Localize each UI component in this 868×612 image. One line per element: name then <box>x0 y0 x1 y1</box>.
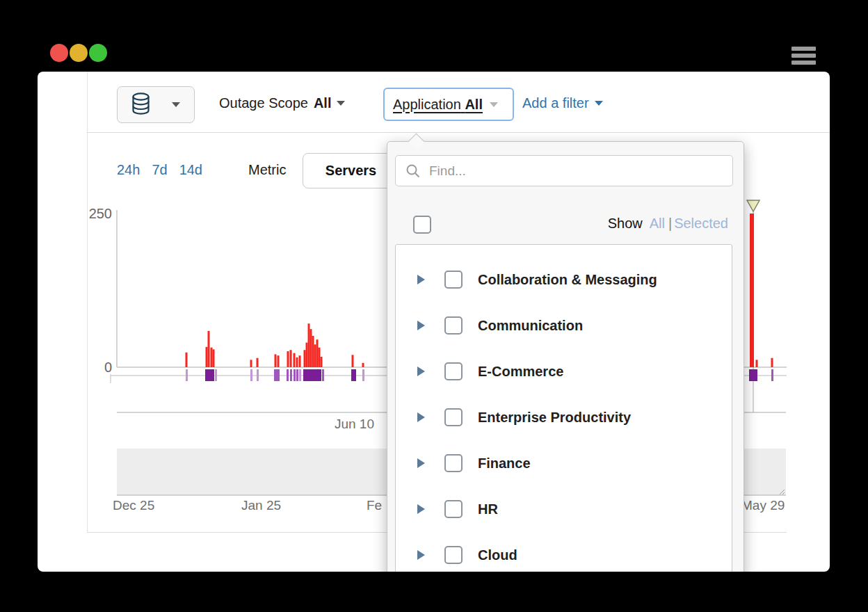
show-selected-option[interactable]: Selected <box>674 216 728 232</box>
chevron-down-icon <box>595 101 603 106</box>
category-checkbox[interactable] <box>444 500 463 518</box>
y-tick-250: 250 <box>79 206 112 222</box>
brush-label-feb: Fe <box>367 498 382 513</box>
list-item-cloud[interactable]: Cloud <box>396 532 732 572</box>
brush-label-dec25: Dec 25 <box>113 498 154 513</box>
brush-label-may: May 29 <box>741 498 785 513</box>
show-toggle-group: Show All | Selected <box>608 216 728 232</box>
close-button[interactable] <box>50 44 68 62</box>
select-all-checkbox[interactable] <box>413 216 431 234</box>
application-filter-label: Application <box>393 97 461 112</box>
application-category-list: Collaboration & Messaging Communication … <box>395 244 732 572</box>
x-axis-label-jun10: Jun 10 <box>316 417 374 432</box>
category-label: Enterprise Productivity <box>478 410 631 426</box>
find-search-input[interactable] <box>428 163 732 179</box>
add-filter-dropdown[interactable]: Add a filter <box>522 95 603 111</box>
screen: { "titlebar": { "traffic_lights": { "clo… <box>0 0 868 612</box>
search-icon <box>405 163 421 179</box>
list-item-hr[interactable]: HR <box>396 486 732 532</box>
list-item-e-commerce[interactable]: E-Commerce <box>396 348 732 394</box>
list-item-communication[interactable]: Communication <box>396 303 732 348</box>
app-window: Outage Scope All Application All Add a f… <box>38 72 830 572</box>
category-label: Collaboration & Messaging <box>478 272 657 288</box>
expand-arrow-icon[interactable] <box>417 504 425 514</box>
brush-label-jan25: Jan 25 <box>241 498 281 513</box>
category-label: E-Commerce <box>478 364 563 380</box>
category-label: Communication <box>478 318 583 334</box>
show-label: Show <box>608 216 643 232</box>
category-checkbox[interactable] <box>444 316 463 335</box>
add-filter-label: Add a filter <box>522 95 589 111</box>
annotation-marker-icon[interactable] <box>747 200 760 211</box>
find-search-box <box>395 155 733 186</box>
datasource-dropdown-button[interactable] <box>117 86 195 123</box>
expand-arrow-icon[interactable] <box>417 275 425 284</box>
expand-arrow-icon[interactable] <box>417 550 425 560</box>
minimize-button[interactable] <box>70 44 88 62</box>
chevron-down-icon <box>337 101 345 106</box>
category-checkbox[interactable] <box>444 408 463 426</box>
show-separator: | <box>668 216 672 232</box>
y-tick-0: 0 <box>79 360 112 376</box>
expand-arrow-icon[interactable] <box>417 412 425 422</box>
category-checkbox[interactable] <box>444 271 463 289</box>
chevron-down-icon <box>172 102 180 107</box>
category-checkbox[interactable] <box>444 454 463 472</box>
application-filter-dropdown[interactable]: Application All <box>383 88 514 121</box>
list-item-finance[interactable]: Finance <box>396 440 732 486</box>
category-checkbox[interactable] <box>444 546 463 564</box>
show-all-option[interactable]: All <box>650 216 665 232</box>
expand-arrow-icon[interactable] <box>417 367 425 376</box>
expand-arrow-icon[interactable] <box>417 458 425 468</box>
database-icon <box>131 92 150 118</box>
outage-scope-label: Outage Scope <box>219 95 308 111</box>
outage-scope-dropdown[interactable]: Outage Scope All <box>219 95 345 111</box>
expand-arrow-icon[interactable] <box>417 321 425 330</box>
list-item-enterprise-productivity[interactable]: Enterprise Productivity <box>396 394 732 440</box>
outage-scope-value: All <box>314 95 332 111</box>
list-item-collaboration-messaging[interactable]: Collaboration & Messaging <box>396 257 732 303</box>
application-filter-value: All <box>465 97 483 112</box>
chevron-down-icon <box>490 102 498 107</box>
zoom-button[interactable] <box>89 44 107 62</box>
application-filter-panel: Show All | Selected Collaboration & Mess… <box>387 141 744 572</box>
category-label: HR <box>478 501 498 517</box>
category-checkbox[interactable] <box>444 362 463 380</box>
category-label: Cloud <box>478 547 517 563</box>
category-label: Finance <box>478 456 531 472</box>
